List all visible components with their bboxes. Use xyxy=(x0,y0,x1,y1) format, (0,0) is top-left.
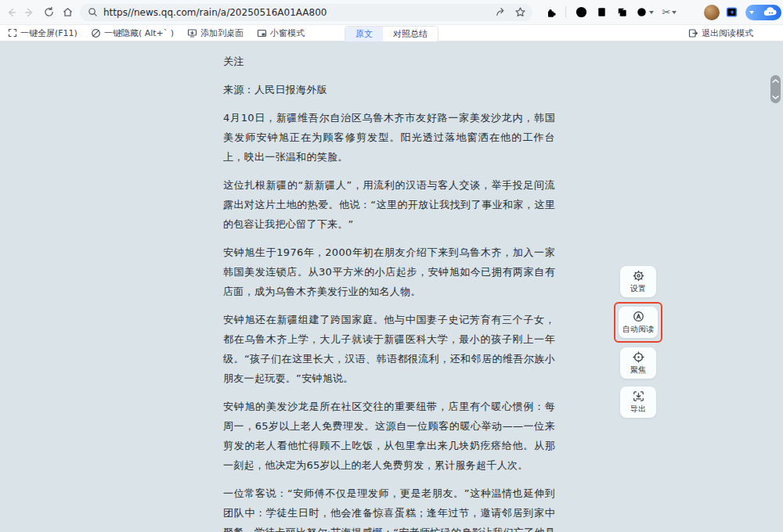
history-icon[interactable] xyxy=(633,4,655,21)
download-icon[interactable] xyxy=(572,4,590,21)
new-page-icon[interactable] xyxy=(593,4,610,21)
exit-reading-mode-button[interactable]: 退出阅读模式 xyxy=(688,27,753,39)
one-key-hide-label: 一键隐藏( Alt+` ) xyxy=(104,27,174,39)
focus-target-icon xyxy=(633,351,644,363)
fullscreen-label: 一键全屏(F11) xyxy=(20,27,78,39)
exit-reading-icon xyxy=(688,28,698,38)
auto-read-highlight-box: 自动阅读 xyxy=(614,302,662,343)
search-icon xyxy=(88,7,98,17)
url-text: https//news.qq.com/rain/a/20250516A01AA8… xyxy=(103,7,327,18)
fullscreen-button[interactable]: 一键全屏(F11) xyxy=(8,27,78,39)
add-to-desktop-button[interactable]: 添加到桌面 xyxy=(187,27,244,39)
article-paragraph-2: 这位扎根新疆的“新新疆人”，用流利的汉语与客人交谈，举手投足间流露出对这片土地的… xyxy=(223,175,555,234)
forward-button[interactable] xyxy=(20,3,39,22)
reading-collect-icon[interactable] xyxy=(723,4,740,21)
article-paragraph-5: 安钟旭的美发沙龙是所在社区交往的重要纽带，店里有个暖心惯例：每周一，65岁以上老… xyxy=(223,397,555,475)
view-tabs: 原文 对照总结 xyxy=(345,26,438,42)
export-button[interactable]: 导出 xyxy=(620,386,656,418)
auto-read-icon xyxy=(633,311,644,322)
screenshot-scissors-icon[interactable]: ✂ xyxy=(659,4,680,21)
scroll-up-icon xyxy=(772,79,779,83)
url-bar[interactable]: https//news.qq.com/rain/a/20250516A01AA8… xyxy=(80,4,532,21)
article-paragraph-6: 一位常客说：“安师傅不仅是理发师，更是老朋友。”这种温情也延伸到团队中：学徒生日… xyxy=(223,483,555,532)
cloud-icon xyxy=(763,5,778,20)
reader-side-panel: 设置 自动阅读 聚焦 导出 xyxy=(610,266,666,418)
home-button[interactable] xyxy=(58,3,77,22)
scissors-caret-icon xyxy=(672,11,677,14)
toolbar-divider xyxy=(565,6,566,18)
article-body: 关注 来源：人民日报海外版 4月10日，新疆维吾尔自治区乌鲁木齐市友好路一家美发… xyxy=(223,41,555,532)
reader-toolbar: 一键全屏(F11) 一键隐藏( Alt+` ) 添加到桌面 小窗模式 原文 对照… xyxy=(0,25,783,41)
avatar[interactable] xyxy=(704,5,720,20)
extension-icon[interactable] xyxy=(542,4,559,21)
exit-reading-label: 退出阅读模式 xyxy=(702,27,753,39)
browser-toolbar: https//news.qq.com/rain/a/20250516A01AA8… xyxy=(0,0,783,25)
export-label: 导出 xyxy=(630,404,646,415)
mini-window-icon xyxy=(257,28,267,38)
eye-hide-icon xyxy=(91,28,101,38)
refresh-icon xyxy=(43,6,55,18)
settings-label: 设置 xyxy=(630,283,646,294)
article-paragraph-4: 安钟旭还在新疆组建了跨国家庭。他与中国妻子史记芳育有三个子女，都在乌鲁木齐上学，… xyxy=(223,310,555,388)
refresh-button[interactable] xyxy=(39,3,58,22)
settings-button[interactable]: 设置 xyxy=(620,266,656,297)
mini-window-label: 小窗模式 xyxy=(270,27,305,39)
home-icon xyxy=(62,6,74,18)
article-paragraph-3: 安钟旭生于1976年，2000年初在朋友介绍下来到乌鲁木齐，加入一家韩国美发连锁… xyxy=(223,243,555,301)
one-key-hide-button[interactable]: 一键隐藏( Alt+` ) xyxy=(91,27,174,39)
send-to-device-icon[interactable] xyxy=(495,6,507,18)
tab-compare-summary[interactable]: 对照总结 xyxy=(383,27,438,41)
focus-button[interactable]: 聚焦 xyxy=(620,347,656,379)
article-source: 来源：人民日报海外版 xyxy=(223,80,555,99)
duplicate-windows-icon[interactable] xyxy=(613,4,630,21)
back-icon xyxy=(5,6,17,19)
focus-label: 聚焦 xyxy=(630,365,646,376)
menu-icon[interactable] xyxy=(684,4,701,21)
add-desktop-icon xyxy=(187,28,197,38)
auto-read-label: 自动阅读 xyxy=(622,324,654,335)
history-caret-icon xyxy=(649,11,654,14)
export-icon xyxy=(633,390,644,402)
reader-content: 关注 来源：人民日报海外版 4月10日，新疆维吾尔自治区乌鲁木齐市友好路一家美发… xyxy=(0,41,783,532)
pill-caret-icon xyxy=(749,11,754,14)
fullscreen-icon xyxy=(8,28,17,38)
add-to-desktop-label: 添加到桌面 xyxy=(200,27,244,39)
tab-original[interactable]: 原文 xyxy=(345,27,383,41)
scroll-down-icon xyxy=(772,95,779,99)
follow-label[interactable]: 关注 xyxy=(223,52,555,71)
weather-cloud-pill[interactable] xyxy=(745,5,781,20)
mini-window-button[interactable]: 小窗模式 xyxy=(257,27,305,39)
article-paragraph-1: 4月10日，新疆维吾尔自治区乌鲁木齐市友好路一家美发沙龙内，韩国美发师安钟旭正在… xyxy=(223,108,555,167)
scrollbar[interactable] xyxy=(770,75,781,103)
star-bookmark-icon[interactable] xyxy=(514,6,526,18)
auto-read-button[interactable]: 自动阅读 xyxy=(619,307,658,338)
back-button[interactable] xyxy=(2,3,20,22)
forward-icon xyxy=(23,6,36,19)
gear-icon xyxy=(633,270,644,282)
